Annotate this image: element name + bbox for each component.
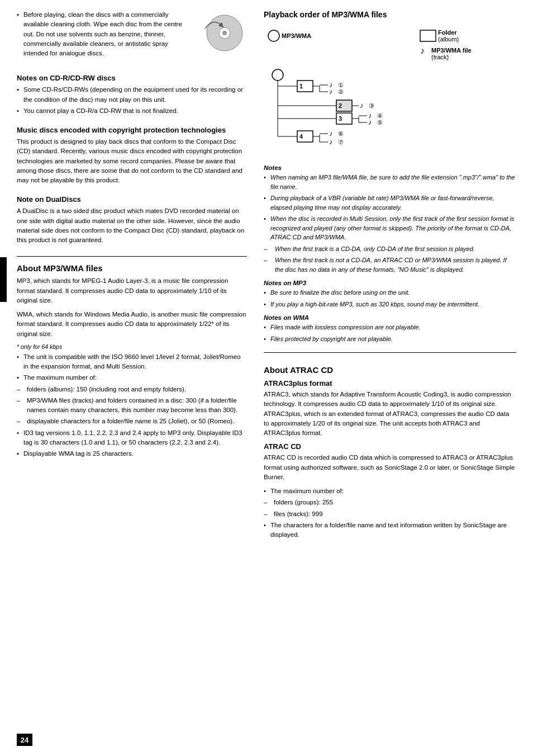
notes-mp3-2: If you play a high-bit-rate MP3, such as…	[264, 300, 516, 309]
mp3wma-dash-3: displayable characters for a folder/file…	[17, 417, 247, 426]
mp3wma-body1: MP3, which stands for MPEG-1 Audio Layer…	[17, 276, 247, 305]
notes-mp3-1: Be sure to finalize the disc before usin…	[264, 288, 516, 297]
mp3wma-bullet-2: The maximum number of:	[17, 373, 247, 382]
atrac-heading: About ATRAC CD	[264, 365, 516, 375]
notes-wma-1: Files made with lossless compression are…	[264, 323, 516, 332]
dualdiscs-body: A DualDisc is a two sided disc product w…	[17, 206, 247, 245]
dualdiscs-section: Note on DualDiscs A DualDisc is a two si…	[17, 190, 247, 249]
atrac3plus-subheading: ATRAC3plus format	[264, 379, 516, 388]
mp3wma-footnote: * only for 64 kbps	[17, 343, 247, 350]
svg-text:♪: ♪	[360, 101, 364, 110]
atrac-cd-bullet-1: The maximum number of:	[264, 486, 516, 496]
atrac-cd-body: ATRAC CD is recorded audio CD data which…	[264, 453, 516, 482]
page-number-block: 24	[17, 722, 247, 746]
mp3wma-bullets: The unit is compatible with the ISO 9660…	[17, 352, 247, 459]
svg-text:♪: ♪	[368, 118, 372, 126]
page-number: 24	[17, 734, 32, 746]
copyright-heading: Music discs encoded with copyright prote…	[17, 126, 247, 134]
svg-text:MP3/WMA file: MP3/WMA file	[431, 47, 472, 54]
copyright-section: Music discs encoded with copyright prote…	[17, 120, 247, 190]
atrac-cd-subheading: ATRAC CD	[264, 442, 516, 451]
notes-dash-2: When the first track is not a CD-DA, an …	[264, 256, 516, 274]
cdrw-heading: Notes on CD-R/CD-RW discs	[17, 74, 247, 82]
cdrw-bullet-1: Some CD-Rs/CD-RWs (depending on the equi…	[17, 85, 247, 105]
atrac3plus-body: ATRAC3, which stands for Adaptive Transf…	[264, 390, 516, 438]
disc-image	[191, 10, 247, 55]
svg-point-2	[222, 31, 227, 35]
svg-text:③: ③	[369, 102, 374, 109]
svg-text:①: ①	[338, 82, 344, 88]
svg-text:④: ④	[377, 112, 383, 119]
atrac-cd-dash-2: files (tracks): 999	[264, 509, 516, 519]
svg-text:1: 1	[299, 83, 303, 89]
svg-text:Folder: Folder	[438, 29, 457, 36]
mp3wma-body2: WMA, which stands for Windows Media Audi…	[17, 310, 247, 339]
divider-2	[264, 352, 516, 353]
notes-item-1: When naming an MP3 file/WMA file, be sur…	[264, 173, 516, 191]
svg-text:②: ②	[338, 88, 344, 95]
notes-item-3: When the disc is recorded in Multi Sessi…	[264, 214, 516, 242]
svg-text:2: 2	[339, 102, 342, 109]
svg-text:3: 3	[339, 115, 342, 122]
mp3wma-heading: About MP3/WMA files	[17, 263, 247, 273]
page: Before playing, clean the discs with a c…	[0, 0, 533, 756]
mp3wma-dash-1: folders (albums): 150 (including root an…	[17, 385, 247, 394]
playback-heading: Playback order of MP3/WMA files	[264, 10, 516, 19]
notes-wma-heading: Notes on WMA	[264, 314, 516, 321]
notes-mp3-heading: Notes on MP3	[264, 280, 516, 286]
mp3wma-section: About MP3/WMA files MP3, which stands fo…	[17, 263, 247, 463]
notes-items: When naming an MP3 file/WMA file, be sur…	[264, 173, 516, 274]
atrac-cd-dash-1: folders (groups): 255	[264, 498, 516, 507]
svg-text:♪: ♪	[329, 129, 333, 138]
atrac-cd-bullet-2: The characters for a folder/file name an…	[264, 521, 516, 540]
intro-text: Before playing, clean the discs with a c…	[17, 10, 185, 60]
playback-diagram: MP3/WMA Folder (album) ♪ MP3/WMA file (t…	[264, 25, 516, 153]
svg-text:♪: ♪	[329, 138, 333, 146]
left-column: Before playing, clean the discs with a c…	[0, 0, 257, 756]
svg-point-11	[272, 69, 283, 81]
mp3wma-bullet-4: Displayable WMA tag is 25 characters.	[17, 449, 247, 459]
svg-text:♪: ♪	[329, 87, 333, 96]
intro-section: Before playing, clean the discs with a c…	[17, 10, 247, 60]
svg-text:MP3/WMA: MP3/WMA	[282, 32, 311, 39]
sidebar-marker	[0, 257, 7, 302]
atrac-cd-list: The maximum number of: folders (groups):…	[264, 486, 516, 540]
notes-wma: Files made with lossless compression are…	[264, 323, 516, 343]
divider-1	[17, 256, 247, 257]
cdrw-section: Notes on CD-R/CD-RW discs Some CD-Rs/CD-…	[17, 68, 247, 120]
notes-item-2: During playback of a VBR (variable bit r…	[264, 193, 516, 212]
svg-text:⑥: ⑥	[338, 130, 344, 137]
atrac-section: About ATRAC CD ATRAC3plus format ATRAC3,…	[264, 365, 516, 544]
mp3wma-dash-2: MP3/WMA files (tracks) and folders conta…	[17, 396, 247, 415]
notes-mp3: Be sure to finalize the disc before usin…	[264, 288, 516, 309]
notes-dash-1: When the first track is a CD-DA, only CD…	[264, 244, 516, 254]
svg-text:♪: ♪	[420, 46, 425, 55]
cdrw-body: Some CD-Rs/CD-RWs (depending on the equi…	[17, 85, 247, 116]
svg-text:4: 4	[299, 133, 303, 140]
svg-point-3	[268, 30, 279, 41]
mp3wma-bullet-3: ID3 tag versions 1.0, 1.1, 2.2, 2.3 and …	[17, 428, 247, 448]
cdrw-bullet-2: You cannot play a CD-R/a CD-RW that is n…	[17, 106, 247, 116]
svg-text:⑦: ⑦	[338, 139, 344, 145]
notes-wma-2: Files protected by copyright are not pla…	[264, 334, 516, 344]
svg-text:(track): (track)	[431, 54, 449, 60]
notes-section: Notes When naming an MP3 file/WMA file, …	[264, 159, 516, 346]
notes-heading: Notes	[264, 164, 516, 171]
mp3wma-bullet-1: The unit is compatible with the ISO 9660…	[17, 352, 247, 372]
svg-text:⑤: ⑤	[377, 119, 383, 126]
dualdiscs-heading: Note on DualDiscs	[17, 195, 247, 204]
copyright-body: This product is designed to play back di…	[17, 137, 247, 185]
intro-bullet-1: Before playing, clean the discs with a c…	[17, 10, 185, 58]
svg-text:(album): (album)	[438, 36, 459, 42]
right-column: Playback order of MP3/WMA files MP3/WMA …	[257, 0, 533, 756]
svg-rect-5	[420, 30, 436, 41]
